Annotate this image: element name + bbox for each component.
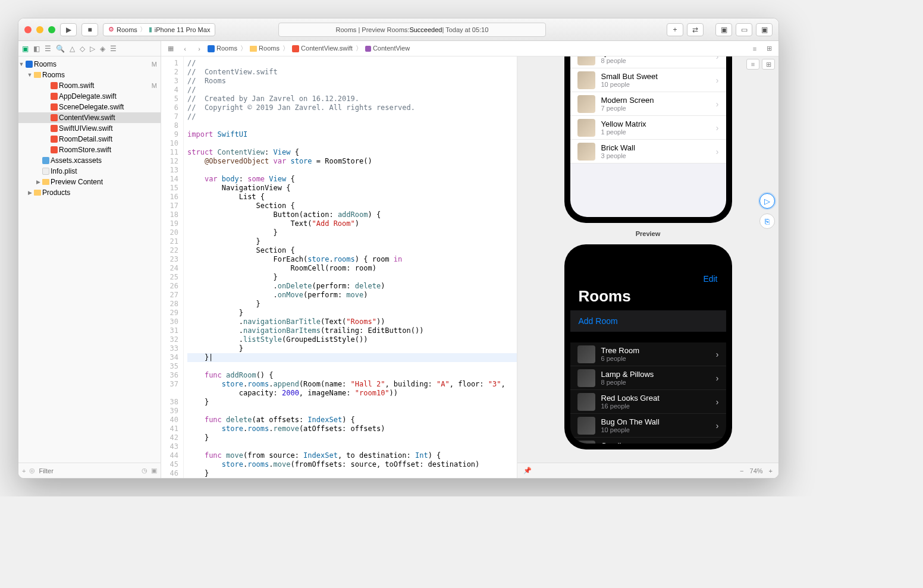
pin-preview[interactable]: 📌	[523, 467, 532, 474]
room-sub: 1 people	[601, 128, 716, 136]
back-button[interactable]: ‹	[179, 45, 191, 52]
room-title: Brick Wall	[601, 143, 716, 152]
tree-item[interactable]: RoomDetail.swift	[18, 134, 161, 144]
zoom-window[interactable]	[48, 26, 55, 33]
add-room-button[interactable]: Add Room	[570, 310, 726, 332]
recent-filter-icon[interactable]: ◷	[142, 467, 147, 474]
room-sub: 3 people	[601, 152, 716, 159]
tree-item[interactable]: ▼Rooms	[18, 70, 161, 80]
scheme-selector[interactable]: ⚙ Rooms 〉 ▮ iPhone 11 Pro Max	[103, 23, 215, 36]
room-row[interactable]: Candles12 people›	[570, 438, 726, 444]
related-items[interactable]: ▦	[165, 45, 177, 52]
code-editor[interactable]: 1234567891011121314151617181920212223242…	[161, 56, 517, 478]
navigator-footer: + ◎ ◷ ▣	[18, 463, 161, 478]
zoom-level: 74%	[750, 467, 763, 474]
room-thumb	[577, 119, 595, 137]
room-row[interactable]: Modern Screen7 people›	[570, 92, 726, 116]
tree-item[interactable]: RoomStore.swift	[18, 144, 161, 155]
file-tree: ▼RoomsM▼RoomsRoom.swiftMAppDelegate.swif…	[18, 56, 161, 463]
breadcrumbs[interactable]: Rooms 〉 Rooms 〉 ContentView.swift 〉 Cont…	[208, 44, 410, 53]
project-navigator-tab[interactable]: ▣	[22, 45, 29, 53]
breakpoint-navigator-tab[interactable]: ◈	[100, 45, 105, 53]
canvas-footer: 📌 − 74% +	[517, 463, 778, 478]
tree-item[interactable]: ▼RoomsM	[18, 59, 161, 70]
room-row[interactable]: Red Looks Great16 people›	[570, 390, 726, 414]
code-review-button[interactable]: ⇄	[687, 23, 704, 36]
room-row[interactable]: Bug On The Wall10 people›	[570, 414, 726, 438]
room-title: Red Looks Great	[601, 394, 716, 403]
jump-bar: ▦ ‹ › Rooms 〉 Rooms 〉 ContentView.swift …	[161, 41, 778, 56]
toggle-navigator[interactable]: ▣	[715, 23, 732, 36]
room-title: Lamp & Pillows	[601, 370, 716, 379]
tree-item[interactable]: SceneDelegate.swift	[18, 102, 161, 112]
forward-button[interactable]: ›	[193, 45, 205, 52]
live-preview-button[interactable]: ▷	[759, 193, 775, 209]
preview-canvas: ≡ ⊞ Candles12 people›Queen Size8 people›…	[517, 56, 778, 478]
navigator-tabs: ▣ ◧ ☰ 🔍 △ ◇ ▷ ◈ ☰	[18, 41, 161, 56]
source-control-tab[interactable]: ◧	[33, 45, 40, 53]
room-row[interactable]: Lamp & Pillows8 people›	[570, 366, 726, 390]
zoom-out[interactable]: −	[740, 467, 743, 474]
code-content[interactable]: //// ContentView.swift// Rooms//// Creat…	[184, 56, 517, 478]
room-sub: 16 people	[601, 403, 716, 410]
window-controls	[24, 26, 55, 33]
issue-navigator-tab[interactable]: △	[70, 45, 75, 53]
tree-item[interactable]: AppDelegate.swift	[18, 91, 161, 102]
debug-navigator-tab[interactable]: ▷	[90, 45, 95, 53]
filter-icon: ◎	[29, 467, 35, 474]
zoom-in[interactable]: +	[769, 467, 773, 474]
room-row[interactable]: Tree Room6 people›	[570, 342, 726, 366]
room-row[interactable]: Brick Wall3 people›	[570, 140, 726, 163]
room-row[interactable]: Small But Sweet10 people›	[570, 68, 726, 92]
room-title: Yellow Matrix	[601, 120, 716, 128]
chevron-icon: ›	[716, 373, 719, 383]
tree-item[interactable]: Room.swiftM	[18, 80, 161, 91]
canvas-options[interactable]: ≡	[746, 59, 759, 70]
tree-item[interactable]: Info.plist	[18, 166, 161, 177]
room-sub: 8 people	[601, 379, 716, 386]
scm-filter-icon[interactable]: ▣	[151, 467, 157, 474]
find-navigator-tab[interactable]: 🔍	[56, 45, 65, 53]
library-button[interactable]: +	[667, 23, 683, 36]
room-sub: 10 people	[601, 81, 716, 88]
chevron-icon: ›	[716, 397, 719, 407]
chevron-icon: ›	[716, 350, 719, 359]
add-editor[interactable]: ⊞	[763, 45, 775, 52]
toggle-debug-area[interactable]: ▭	[736, 23, 752, 36]
room-sub: 8 people	[601, 57, 716, 64]
room-thumb	[577, 441, 595, 444]
tree-item[interactable]: ▶Products	[18, 187, 161, 198]
tree-item[interactable]: ContentView.swift	[18, 112, 161, 123]
chevron-icon: ›	[716, 99, 719, 109]
room-thumb	[577, 143, 595, 161]
light-phone-preview: Candles12 people›Queen Size8 people›Smal…	[564, 56, 732, 223]
chevron-icon: ›	[716, 123, 719, 133]
stop-button[interactable]: ■	[81, 23, 98, 36]
room-sub: 6 people	[601, 355, 716, 362]
nav-title: Rooms	[579, 287, 718, 306]
navigator-panel: ▣ ◧ ☰ 🔍 △ ◇ ▷ ◈ ☰ ▼RoomsM▼RoomsRoom.swif…	[18, 41, 161, 478]
scheme-device: iPhone 11 Pro Max	[155, 26, 211, 33]
room-thumb	[577, 95, 595, 113]
filter-input[interactable]	[39, 467, 138, 474]
editor-options[interactable]: ≡	[749, 45, 761, 52]
symbol-navigator-tab[interactable]: ☰	[45, 45, 51, 53]
duplicate-preview-button[interactable]: ⎘	[759, 213, 775, 229]
edit-button[interactable]: Edit	[579, 274, 718, 284]
toggle-inspectors[interactable]: ▣	[756, 23, 773, 36]
room-title: Tree Room	[601, 346, 716, 355]
tree-item[interactable]: SwiftUIView.swift	[18, 123, 161, 134]
minimize-window[interactable]	[36, 26, 43, 33]
preview-label: Preview	[636, 230, 661, 237]
room-row[interactable]: Queen Size8 people›	[570, 56, 726, 68]
run-button[interactable]: ▶	[60, 23, 77, 36]
tree-item[interactable]: ▶Preview Content	[18, 177, 161, 187]
test-navigator-tab[interactable]: ◇	[80, 45, 85, 53]
close-window[interactable]	[24, 26, 32, 33]
chevron-icon: ›	[716, 147, 719, 156]
report-navigator-tab[interactable]: ☰	[110, 45, 117, 53]
add-file-button[interactable]: +	[22, 467, 26, 474]
canvas-toggle[interactable]: ⊞	[762, 59, 775, 70]
tree-item[interactable]: Assets.xcassets	[18, 155, 161, 166]
room-row[interactable]: Yellow Matrix1 people›	[570, 116, 726, 140]
